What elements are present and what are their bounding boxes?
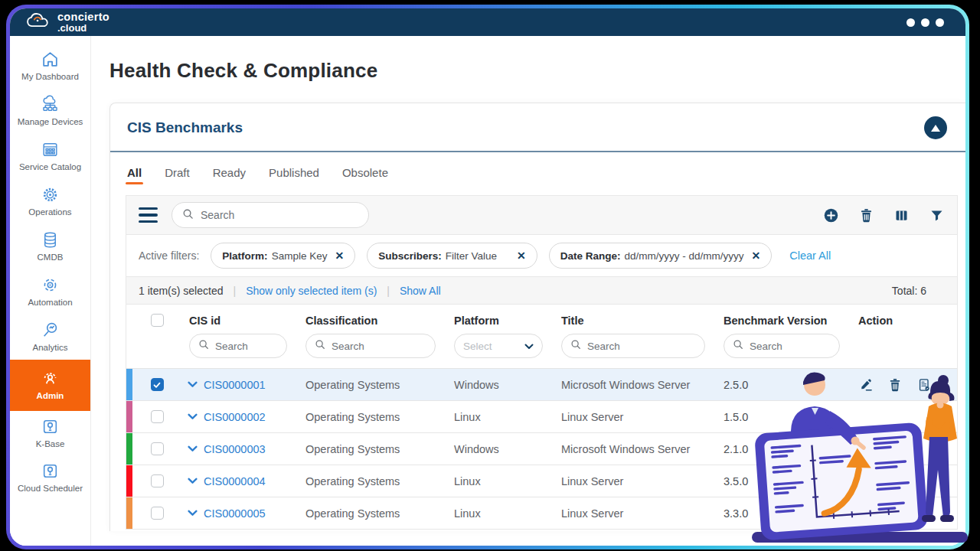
tab-ready[interactable]: Ready: [213, 166, 246, 184]
column-header-classification[interactable]: Classification: [298, 315, 446, 327]
sidebar-item-analytics[interactable]: Analytics: [10, 315, 90, 360]
benchmarks-table: CIS id Classification Platform Title Ben…: [126, 305, 958, 530]
cis-id-link[interactable]: CIS0000003: [204, 443, 266, 455]
search-icon: [182, 208, 194, 223]
delete-icon[interactable]: [887, 377, 903, 393]
select-all-checkbox[interactable]: [151, 314, 164, 327]
column-header-cis-id[interactable]: CIS id: [181, 315, 298, 327]
cis-id-search[interactable]: [189, 334, 287, 358]
table-row[interactable]: CIS0000005 Operating Systems Linux Linux…: [126, 497, 957, 530]
active-filters-label: Active filters:: [139, 249, 199, 262]
benchmark-version-search-input[interactable]: [750, 341, 831, 352]
top-bar: concierto .cloud: [10, 8, 965, 36]
columns-button[interactable]: [893, 207, 910, 223]
cis-id-link[interactable]: CIS0000004: [204, 475, 266, 487]
triangle-up-icon: [931, 125, 940, 132]
add-button[interactable]: [823, 207, 839, 223]
delete-button[interactable]: [858, 207, 874, 223]
sidebar-item-automation[interactable]: Automation: [10, 269, 90, 315]
sidebar-item-cloud-scheduler[interactable]: Cloud Scheduler: [10, 455, 90, 500]
sidebar-item-operations[interactable]: Operations: [10, 179, 90, 224]
search-icon: [570, 339, 581, 353]
report-icon[interactable]: [916, 377, 932, 393]
global-search[interactable]: [172, 202, 369, 228]
main-content: Health Check & Compliance CIS Benchmarks…: [91, 36, 965, 546]
sidebar-item-manage-devices[interactable]: Manage Devices: [10, 89, 90, 134]
sidebar-item-service-catalog[interactable]: Service Catalog: [10, 134, 90, 179]
table-row[interactable]: CIS0000003 Operating Systems Windows Mic…: [126, 433, 957, 465]
cloud-logo-icon: [25, 11, 51, 33]
show-all-link[interactable]: Show All: [400, 285, 441, 297]
chevron-down-icon[interactable]: [188, 445, 198, 452]
column-header-benchmark-version[interactable]: Benchmark Version: [716, 315, 851, 327]
sidebar-item-cmdb[interactable]: CMDB: [10, 224, 90, 269]
platform-select[interactable]: Select: [454, 334, 543, 358]
chevron-down-icon[interactable]: [188, 478, 198, 484]
show-selected-link[interactable]: Show only selected item (s): [246, 285, 377, 297]
sidebar-item-my-dashboard[interactable]: My Dashboard: [10, 44, 90, 89]
classification-search[interactable]: [305, 334, 436, 358]
status-tabs: All Draft Ready Published Obsolete: [110, 152, 965, 192]
row-checkbox[interactable]: [151, 507, 164, 520]
database-icon: [41, 230, 60, 249]
app-window-frame: concierto .cloud My Dashboard: [6, 5, 969, 549]
chevron-down-icon[interactable]: [188, 381, 198, 388]
search-icon: [315, 339, 325, 353]
knowledge-book-icon: [41, 417, 60, 436]
menu-icon[interactable]: [139, 205, 158, 224]
remove-filter-icon[interactable]: ✕: [751, 249, 760, 262]
card-title: CIS Benchmarks: [127, 119, 243, 136]
benchmark-version-search[interactable]: [724, 334, 840, 358]
window-control-dot[interactable]: [936, 18, 944, 27]
edit-icon[interactable]: [858, 377, 874, 393]
remove-filter-icon[interactable]: ✕: [335, 249, 344, 262]
app-window: concierto .cloud My Dashboard: [10, 8, 965, 546]
selection-bar: 1 item(s) selected | Show only selected …: [126, 277, 958, 305]
table-row[interactable]: CIS0000001 Operating Systems Windows Mic…: [126, 369, 957, 401]
chevron-down-icon[interactable]: [188, 510, 198, 517]
tab-all[interactable]: All: [127, 166, 142, 184]
classification-search-input[interactable]: [332, 341, 426, 352]
brand-name: concierto .cloud: [57, 11, 109, 34]
tab-draft[interactable]: Draft: [165, 166, 190, 184]
sidebar-item-k-base[interactable]: K-Base: [10, 411, 90, 456]
table-row[interactable]: CIS0000004 Operating Systems Linux Linux…: [126, 465, 957, 497]
table-toolbar: [126, 195, 958, 235]
window-controls[interactable]: [900, 18, 944, 27]
collapse-button[interactable]: [924, 116, 947, 139]
chevron-down-icon[interactable]: [188, 413, 198, 420]
brand-name-line2: .cloud: [57, 23, 109, 33]
window-control-dot[interactable]: [921, 18, 929, 27]
sidebar-nav: My Dashboard Manage Devices Service Cata…: [10, 36, 91, 546]
row-color-bar: [126, 401, 132, 432]
row-checkbox[interactable]: [151, 410, 164, 423]
cis-id-link[interactable]: CIS0000005: [204, 507, 266, 520]
table-row[interactable]: CIS0000002 Operating Systems Linux Linux…: [126, 401, 957, 433]
remove-filter-icon[interactable]: ✕: [517, 249, 526, 262]
row-color-bar: [126, 433, 132, 465]
title-search-input[interactable]: [587, 341, 696, 352]
search-input[interactable]: [201, 209, 358, 221]
filter-chip-platform: Platform: Sample Key ✕: [211, 243, 355, 269]
cis-id-search-input[interactable]: [215, 341, 278, 352]
column-header-platform[interactable]: Platform: [446, 315, 554, 327]
selected-count: 1 item(s) selected: [139, 285, 223, 297]
home-icon: [41, 50, 60, 69]
row-color-bar: [126, 497, 132, 529]
brand-logo: concierto .cloud: [25, 11, 109, 34]
table-header-row: CIS id Classification Platform Title Ben…: [126, 305, 957, 327]
row-checkbox[interactable]: [151, 378, 164, 391]
clear-all-link[interactable]: Clear All: [789, 249, 831, 262]
cis-id-link[interactable]: CIS0000001: [204, 379, 266, 391]
row-checkbox[interactable]: [151, 474, 164, 487]
title-search[interactable]: [561, 334, 705, 358]
window-control-dot[interactable]: [906, 18, 915, 27]
tab-obsolete[interactable]: Obsolete: [342, 166, 388, 184]
row-checkbox[interactable]: [151, 442, 164, 455]
filter-button[interactable]: [929, 207, 945, 223]
cis-id-link[interactable]: CIS0000002: [204, 411, 266, 423]
filter-chip-date-range: Date Range: dd/mm/yyyy - dd/mm/yyyy ✕: [549, 243, 773, 269]
tab-published[interactable]: Published: [269, 166, 319, 184]
sidebar-item-admin[interactable]: Admin: [10, 360, 90, 411]
column-header-title[interactable]: Title: [554, 315, 716, 327]
